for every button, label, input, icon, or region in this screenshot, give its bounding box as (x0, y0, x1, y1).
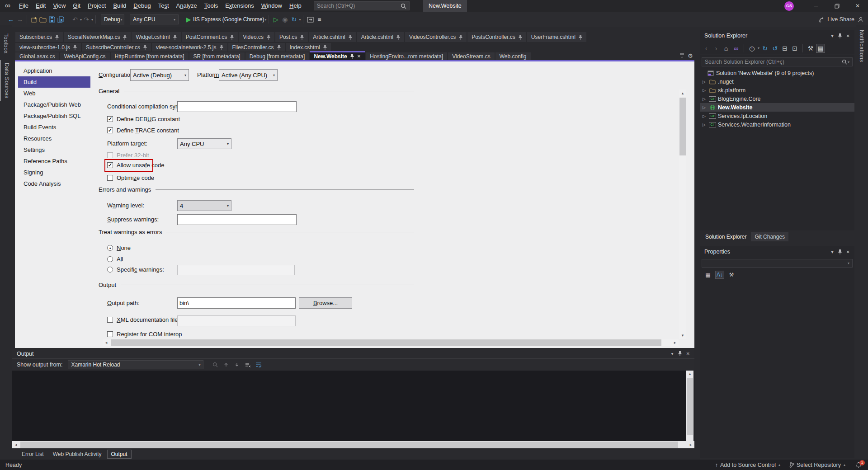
horizontal-scrollbar[interactable]: ◂ ▸ (103, 339, 679, 346)
menu-item[interactable]: Test (155, 0, 173, 12)
menu-item[interactable]: Debug (130, 0, 154, 12)
select-repository-button[interactable]: Select Repository ▴ (789, 462, 845, 468)
expand-arrow-icon[interactable]: ▷ (703, 114, 707, 118)
properties-nav-item[interactable]: Code Analysis (18, 178, 90, 189)
close-icon[interactable]: ✕ (357, 54, 361, 59)
scroll-left-icon[interactable]: ◂ (103, 339, 110, 346)
notifications-bell-button[interactable]: 1 (855, 462, 862, 468)
tree-row[interactable]: ▷ C# Services.IpLocation (700, 112, 854, 120)
editor-tab[interactable]: HttpRuntime [from metadata] ✕ (111, 52, 189, 60)
editor-tab[interactable]: PostComment.cs ✕ (182, 32, 238, 42)
close-icon[interactable]: ✕ (846, 249, 850, 254)
warning-level-dropdown[interactable]: 4▾ (177, 200, 231, 211)
scroll-right-icon[interactable]: ▸ (671, 339, 679, 346)
open-folder-icon[interactable] (38, 15, 47, 24)
pin-icon[interactable] (300, 35, 304, 40)
pin-icon[interactable] (349, 35, 352, 40)
pin-icon[interactable] (838, 249, 842, 254)
expand-arrow-icon[interactable]: ▷ (703, 97, 707, 101)
expand-arrow-icon[interactable]: ▷ (703, 105, 707, 110)
treat-all-radio[interactable]: All (107, 256, 123, 263)
pin-icon[interactable] (123, 35, 127, 40)
output-path-input[interactable]: bin\ (177, 297, 296, 309)
scroll-right-icon[interactable]: ▸ (687, 441, 694, 448)
sync-with-active-document-icon[interactable]: ∞ (731, 44, 741, 53)
editor-tab[interactable]: Video.cs ✕ (239, 32, 274, 42)
menu-item[interactable]: Help (286, 0, 305, 12)
expand-arrow-icon[interactable]: ▷ (703, 80, 707, 84)
pin-icon[interactable] (519, 35, 522, 40)
properties-nav-item[interactable]: Package/Publish SQL (18, 110, 90, 122)
sidebar-item-toolbox[interactable]: Toolbox (0, 31, 12, 56)
live-share-button[interactable]: Live Share (819, 12, 854, 27)
editor-tab[interactable]: VideoStream.cs ✕ (448, 52, 495, 60)
pin-icon[interactable] (173, 35, 177, 40)
clear-all-icon[interactable] (243, 360, 252, 369)
output-source-dropdown[interactable]: Xamarin Hot Reload▾ (68, 360, 203, 369)
window-position-icon[interactable]: ▾ (831, 33, 834, 38)
start-without-debugging-icon[interactable]: ▷ (271, 15, 280, 24)
editor-tab[interactable]: Index.cshtml ✕ (286, 43, 331, 52)
properties-nav-item[interactable]: Build (18, 76, 90, 88)
close-icon[interactable]: ✕ (686, 351, 690, 356)
tool-tab[interactable]: Git Changes (751, 232, 788, 241)
tree-row[interactable]: ▷ C# Services.WeatherInformation (700, 120, 854, 129)
expand-arrow-icon[interactable]: ▷ (703, 88, 707, 93)
editor-tab[interactable]: Post.cs ✕ (275, 32, 308, 42)
menu-item[interactable]: Tools (201, 0, 222, 12)
preview-selected-icon[interactable]: ⊡ (790, 44, 799, 53)
window-position-icon[interactable]: ▾ (831, 249, 834, 254)
properties-nav-item[interactable]: Package/Publish Web (18, 99, 90, 110)
pin-icon[interactable] (143, 45, 147, 50)
pin-icon[interactable] (459, 35, 462, 40)
editor-tab[interactable]: Subscriber.cs ✕ (15, 32, 63, 42)
editor-tab[interactable]: New.Website ✕ (310, 51, 365, 60)
redo-icon[interactable]: ↷ (82, 15, 91, 24)
save-icon[interactable] (47, 15, 57, 24)
sidebar-item-data-sources[interactable]: Data Sources (0, 60, 13, 101)
tree-row[interactable]: ▷ C# .nuget (700, 77, 854, 86)
categorized-icon[interactable]: ▦ (703, 271, 712, 279)
word-wrap-icon[interactable] (254, 360, 263, 369)
tree-row[interactable]: ▷ C# sk.platform (700, 86, 854, 94)
solution-configuration-dropdown[interactable]: Debug▾ (101, 14, 124, 24)
menu-item[interactable]: Project (84, 0, 109, 12)
new-project-icon[interactable] (29, 15, 38, 24)
platform-target-dropdown[interactable]: Any CPU▾ (177, 138, 231, 149)
properties-object-dropdown[interactable]: ▾ (702, 259, 853, 268)
browse-button[interactable]: Browse... (299, 297, 352, 309)
show-all-files-icon[interactable]: ▤ (816, 44, 825, 53)
window-position-icon[interactable]: ▾ (671, 351, 674, 356)
editor-tab[interactable]: UserFrame.cshtml ✕ (527, 32, 586, 42)
refresh-icon[interactable]: ↻ (760, 44, 769, 53)
allow-unsafe-code-checkbox[interactable]: ✓ Allow unsafe code (107, 162, 165, 169)
register-com-checkbox[interactable]: Register for COM interop (107, 331, 182, 338)
editor-tab[interactable]: Global.asax.cs ✕ (15, 52, 59, 60)
treat-specific-radio[interactable]: Specific warnings: (107, 266, 164, 273)
editor-tab[interactable]: FilesController.cs ✕ (228, 43, 285, 52)
properties-nav-item[interactable]: Signing (18, 167, 90, 178)
close-icon[interactable]: ✕ (846, 33, 850, 38)
pin-icon[interactable] (73, 45, 77, 50)
scroll-up-icon[interactable]: ▴ (686, 371, 693, 377)
menu-item[interactable]: View (49, 0, 69, 12)
editor-tab[interactable]: Debug [from metadata] ✕ (245, 52, 309, 60)
home-icon[interactable]: ⌂ (722, 44, 731, 53)
pin-icon[interactable] (230, 35, 234, 40)
define-trace-checkbox[interactable]: ✓ Define TRACE constant (107, 127, 179, 134)
back-icon[interactable]: ‹ (702, 44, 711, 53)
output-horizontal-scrollbar[interactable]: ◂ ▸ (12, 441, 694, 448)
account-avatar[interactable]: GS (784, 1, 794, 11)
redo-dropdown-icon[interactable]: ▾ (91, 18, 93, 22)
editor-tab[interactable]: Article.cshtml ✕ (357, 32, 404, 42)
pin-icon[interactable] (396, 35, 400, 40)
tool-tab[interactable]: Output (107, 450, 132, 459)
tree-row[interactable]: ▷ C# New.Website (700, 103, 854, 112)
tree-row[interactable]: ▷ C# Solution 'New.Website' (9 of 9 proj… (700, 69, 854, 77)
global-search-box[interactable]: Search (Ctrl+Q) (314, 1, 410, 10)
restart-icon[interactable]: ↻ (289, 15, 298, 24)
tree-row[interactable]: ▷ C# BlogEngine.Core (700, 94, 854, 103)
conditional-symbols-input[interactable] (177, 101, 297, 112)
pin-icon[interactable] (838, 33, 842, 38)
editor-tab[interactable]: SubscribeController.cs ✕ (82, 43, 151, 52)
